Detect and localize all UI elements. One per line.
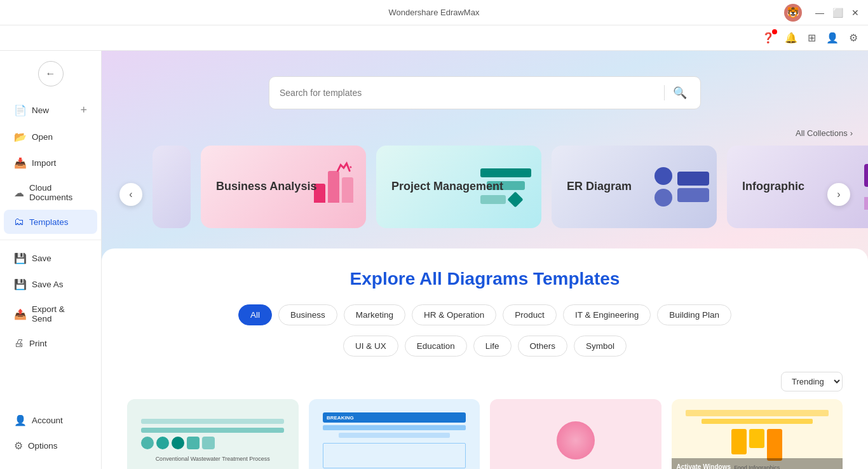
save-label: Save — [32, 254, 51, 263]
carousel-card-business[interactable]: Business Analysis — [201, 146, 366, 228]
carousel-wrapper: ‹ Business Analysis — [102, 146, 868, 243]
carousel-card-er[interactable]: ER Diagram — [552, 146, 717, 228]
avatar[interactable]: 🐯 — [784, 4, 802, 22]
template-card-1[interactable]: Conventional Wastewater Treatment Proces… — [127, 399, 299, 469]
account-icon: 👤 — [14, 414, 27, 426]
close-button[interactable]: ✕ — [850, 8, 860, 18]
back-button[interactable]: ← — [38, 61, 64, 86]
sidebar-item-import[interactable]: 📥 Import — [4, 151, 97, 175]
import-label: Import — [32, 158, 56, 168]
sidebar-item-saveas[interactable]: 💾 Save As — [4, 272, 97, 297]
carousel-card-er-title: ER Diagram — [567, 179, 632, 194]
filter-uiux[interactable]: UI & UX — [343, 336, 398, 357]
export-label: Export & Send — [32, 304, 87, 323]
carousel-card-partial[interactable] — [153, 146, 191, 228]
carousel-card-project-title: Project Management — [391, 179, 503, 194]
profile-icon[interactable]: 👤 — [826, 32, 839, 44]
notification-icon[interactable]: 🔔 — [785, 32, 797, 44]
sidebar-item-save[interactable]: 💾 Save — [4, 246, 97, 271]
collections-header: All Collections › — [102, 128, 868, 146]
search-box: 🔍 — [269, 76, 701, 109]
sidebar-bottom: 👤 Account ⚙ Options — [0, 407, 101, 464]
carousel-next-button[interactable]: › — [827, 183, 850, 206]
maximize-button[interactable]: ⬜ — [832, 8, 843, 18]
toolbar: ❓ 🔔 ⊞ 👤 ⚙ — [0, 25, 868, 51]
filter-business[interactable]: Business — [278, 304, 337, 325]
import-icon: 📥 — [14, 157, 27, 169]
filter-life[interactable]: Life — [473, 336, 512, 357]
window-controls: 🐯 — ⬜ ✕ — [784, 4, 860, 22]
filter-marketing[interactable]: Marketing — [344, 304, 405, 325]
plus-icon: + — [80, 104, 87, 117]
new-icon: 📄 — [14, 104, 27, 116]
export-icon: 📤 — [14, 308, 27, 320]
templates-label: Templates — [29, 217, 69, 227]
template-grid: Conventional Wastewater Treatment Proces… — [127, 399, 843, 469]
filter-product[interactable]: Product — [503, 304, 557, 325]
options-label: Options — [28, 441, 58, 451]
main-layout: ← 📄 New + 📂 Open 📥 Import ☁ Cloud Docume… — [0, 51, 868, 469]
saveas-icon: 💾 — [14, 278, 27, 290]
print-icon: 🖨 — [14, 337, 24, 349]
carousel: Business Analysis — [102, 146, 868, 228]
sidebar-item-export[interactable]: 📤 Export & Send — [4, 298, 97, 330]
search-area: 🔍 — [102, 51, 868, 128]
sidebar: ← 📄 New + 📂 Open 📥 Import ☁ Cloud Docume… — [0, 51, 102, 469]
account-label: Account — [32, 416, 63, 425]
template-card-2[interactable]: BREAKING — [309, 399, 480, 469]
filter-others[interactable]: Others — [518, 336, 568, 357]
content-area: 🔍 All Collections › ‹ Business Analysis — [102, 51, 868, 469]
filter-building[interactable]: Building Plan — [657, 304, 731, 325]
sidebar-item-options[interactable]: ⚙ Options — [4, 433, 97, 458]
titlebar: Wondershare EdrawMax 🐯 — ⬜ ✕ — [0, 0, 868, 25]
sort-row: Trending Newest Popular — [127, 367, 843, 399]
sort-select[interactable]: Trending Newest Popular — [781, 372, 843, 391]
search-button[interactable]: 🔍 — [670, 83, 690, 103]
filter-symbol[interactable]: Symbol — [574, 336, 627, 357]
open-label: Open — [32, 132, 53, 142]
template-card-4[interactable]: Food Infographics Activate Windows Go to… — [672, 399, 843, 469]
help-icon[interactable]: ❓ — [762, 32, 775, 44]
all-collections-text: All Collections — [796, 128, 848, 138]
explore-section: Explore All Diagrams Templates All Busin… — [102, 248, 868, 469]
templates-icon: 🗂 — [14, 216, 24, 228]
new-label: New — [32, 105, 49, 115]
filter-it[interactable]: IT & Engineering — [563, 304, 651, 325]
carousel-prev-button[interactable]: ‹ — [119, 183, 142, 206]
minimize-button[interactable]: — — [815, 8, 825, 18]
sidebar-item-print[interactable]: 🖨 Print — [4, 331, 97, 355]
filter-all[interactable]: All — [238, 304, 272, 325]
sidebar-item-new[interactable]: 📄 New + — [4, 97, 97, 123]
options-icon: ⚙ — [14, 440, 23, 452]
carousel-card-infographic-title: Infographic — [742, 179, 804, 194]
filter-hr[interactable]: HR & Operation — [412, 304, 496, 325]
cloud-label: Cloud Documents — [29, 183, 87, 202]
search-input[interactable] — [280, 88, 659, 98]
all-collections-link[interactable]: All Collections › — [796, 128, 853, 138]
explore-title-plain: Explore — [350, 269, 419, 289]
activate-windows-overlay: Activate Windows Go to Settings to activ… — [672, 458, 843, 469]
app-title: Wondershare EdrawMax — [389, 8, 480, 17]
sidebar-divider — [0, 240, 101, 240]
search-divider — [664, 85, 665, 100]
collections-arrow: › — [850, 128, 853, 138]
open-icon: 📂 — [14, 131, 27, 143]
settings-icon[interactable]: ⚙ — [849, 32, 858, 44]
print-label: Print — [29, 339, 47, 348]
saveas-label: Save As — [32, 280, 64, 289]
carousel-card-business-title: Business Analysis — [216, 179, 316, 194]
save-icon: 💾 — [14, 252, 27, 264]
carousel-card-project[interactable]: Project Management — [376, 146, 541, 228]
filter-education[interactable]: Education — [405, 336, 467, 357]
cloud-icon: ☁ — [14, 187, 24, 199]
template-card-3[interactable] — [490, 399, 661, 469]
sidebar-item-account[interactable]: 👤 Account — [4, 408, 97, 433]
sidebar-item-cloud[interactable]: ☁ Cloud Documents — [4, 177, 97, 208]
explore-title-colored: All Diagrams Templates — [419, 269, 620, 289]
filter-tags-row2: UI & UX Education Life Others Symbol — [127, 336, 843, 357]
sidebar-item-open[interactable]: 📂 Open — [4, 125, 97, 149]
community-icon[interactable]: ⊞ — [808, 32, 816, 44]
explore-title: Explore All Diagrams Templates — [127, 269, 843, 289]
sidebar-item-templates[interactable]: 🗂 Templates — [4, 210, 97, 234]
activate-windows-title: Activate Windows — [677, 463, 838, 469]
